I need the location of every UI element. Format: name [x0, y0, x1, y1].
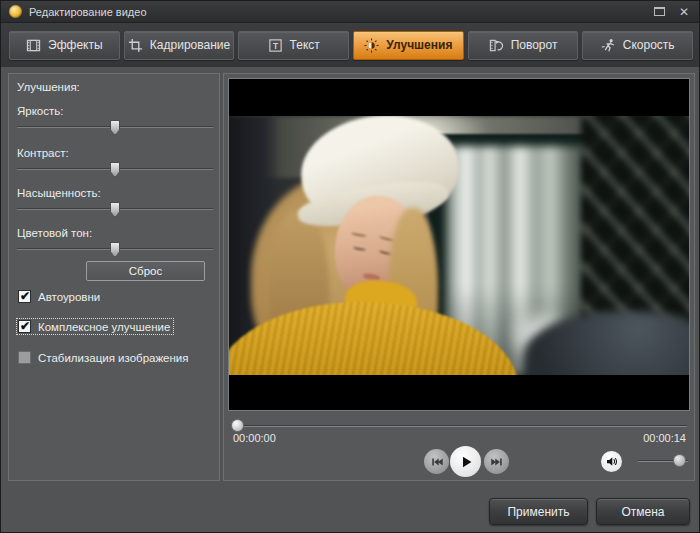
svg-text:T: T — [272, 40, 278, 50]
contrast-label: Контраст: — [17, 147, 69, 159]
hue-slider[interactable] — [17, 241, 213, 257]
stabilization-checkbox-row[interactable]: Стабилизация изображения — [17, 350, 192, 365]
apply-button[interactable]: Применить — [489, 498, 588, 525]
speaker-icon — [605, 455, 618, 468]
tab-speed[interactable]: Скорость — [582, 31, 693, 60]
video-edit-window: Редактирование видео ✕ Эффекты Кадрирова… — [0, 0, 700, 533]
current-time: 00:00:00 — [233, 432, 276, 444]
titlebar: Редактирование видео ✕ — [1, 1, 700, 23]
tab-effects[interactable]: Эффекты — [9, 31, 120, 60]
tab-rotate[interactable]: Поворот — [468, 31, 579, 60]
preview-panel: 00:00:00 00:00:14 — [223, 73, 695, 481]
cancel-button[interactable]: Отмена — [596, 498, 690, 525]
play-button[interactable] — [450, 446, 481, 477]
slider-thumb[interactable] — [110, 120, 120, 135]
effects-film-icon — [26, 38, 41, 53]
rotate-film-icon — [489, 38, 504, 53]
checkbox-icon[interactable] — [18, 351, 31, 364]
seek-bar[interactable] — [233, 425, 687, 427]
saturation-slider[interactable] — [17, 201, 213, 217]
video-preview[interactable] — [228, 78, 690, 411]
skip-back-icon — [430, 455, 444, 469]
maximize-icon[interactable] — [654, 7, 665, 16]
saturation-label: Насыщенность: — [17, 187, 101, 199]
reset-button[interactable]: Сброс — [86, 261, 205, 281]
enhance-sun-icon — [364, 38, 379, 53]
checkbox-icon[interactable] — [18, 290, 31, 303]
crop-icon — [128, 38, 143, 53]
brightness-label: Яркость: — [17, 105, 63, 117]
slider-thumb[interactable] — [110, 162, 120, 177]
tab-enhance-label: Улучшения — [386, 38, 452, 52]
tab-text[interactable]: T Текст — [238, 31, 349, 60]
app-icon — [9, 5, 22, 18]
next-frame-button[interactable] — [484, 449, 509, 474]
panel-heading: Улучшения: — [17, 81, 80, 93]
tab-enhance[interactable]: Улучшения — [353, 31, 464, 60]
hue-label: Цветовой тон: — [17, 227, 92, 239]
video-frame-image — [229, 116, 689, 375]
speed-runner-icon — [601, 38, 616, 53]
total-time: 00:00:14 — [643, 432, 686, 444]
tab-rotate-label: Поворот — [511, 38, 558, 52]
skip-forward-icon — [490, 455, 504, 469]
complex-enhance-label: Комплексное улучшение — [38, 321, 170, 333]
text-icon: T — [268, 38, 283, 53]
tab-crop[interactable]: Кадрирование — [124, 31, 235, 60]
seek-thumb[interactable] — [231, 419, 244, 432]
tab-effects-label: Эффекты — [48, 38, 103, 52]
previous-frame-button[interactable] — [424, 449, 449, 474]
close-icon[interactable]: ✕ — [679, 7, 689, 17]
brightness-slider[interactable] — [17, 119, 213, 135]
tab-crop-label: Кадрирование — [150, 38, 230, 52]
autolevels-checkbox-row[interactable]: Автоуровни — [17, 289, 103, 304]
volume-thumb[interactable] — [673, 454, 686, 467]
tabbar: Эффекты Кадрирование T Текст — [1, 23, 700, 67]
tab-text-label: Текст — [290, 38, 320, 52]
enhance-panel: Улучшения: Яркость: Контраст: Насыщеннос… — [8, 73, 220, 481]
checkbox-icon[interactable] — [18, 320, 31, 333]
complex-enhance-checkbox-row[interactable]: Комплексное улучшение — [17, 319, 173, 334]
autolevels-label: Автоуровни — [38, 291, 100, 303]
slider-thumb[interactable] — [110, 242, 120, 257]
play-icon — [458, 454, 474, 470]
window-title: Редактирование видео — [29, 6, 647, 18]
contrast-slider[interactable] — [17, 161, 213, 177]
slider-thumb[interactable] — [110, 202, 120, 217]
tab-speed-label: Скорость — [623, 38, 675, 52]
stabilization-label: Стабилизация изображения — [38, 352, 189, 364]
volume-button[interactable] — [601, 451, 622, 472]
